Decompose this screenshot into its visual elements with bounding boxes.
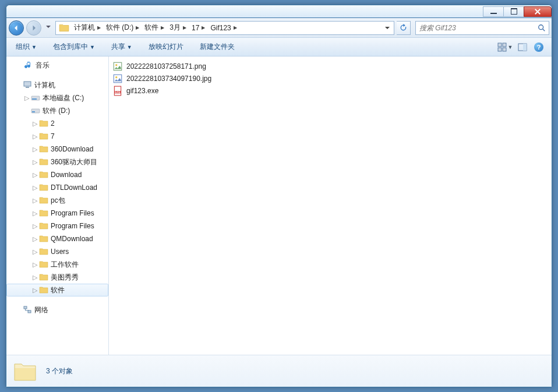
close-button[interactable] <box>524 6 552 17</box>
sidebar-item-folder[interactable]: ▷360驱动大师目 <box>6 156 108 168</box>
collapse-icon[interactable]: ▷ <box>32 172 38 178</box>
maximize-button[interactable] <box>503 6 524 17</box>
file-type-icon <box>112 61 123 72</box>
folder-label: QMDownload <box>51 235 93 243</box>
collapse-icon[interactable]: ▷ <box>32 274 38 280</box>
collapse-icon[interactable]: ▷ <box>32 223 38 229</box>
network-icon <box>23 305 32 315</box>
view-mode-button[interactable]: ▼ <box>496 40 514 54</box>
sidebar-item-folder[interactable]: ▷pc包 <box>6 194 108 207</box>
include-library-button[interactable]: 包含到库中▼ <box>48 40 100 54</box>
collapse-icon[interactable]: ▷ <box>32 236 38 242</box>
folder-icon <box>59 23 69 33</box>
navigation-pane[interactable]: 音乐 计算机 ▷ 本地磁盘 (C:) 软件 (D:) <box>6 56 109 355</box>
svg-rect-16 <box>114 62 122 70</box>
details-pane: 3 个对象 <box>6 355 552 387</box>
breadcrumb-item[interactable]: 软件▶ <box>142 22 167 34</box>
folder-label: 360驱动大师目 <box>51 157 97 167</box>
sidebar-item-folder[interactable]: ▷Program Files <box>6 220 108 232</box>
sidebar-item-folder[interactable]: ▷7 <box>6 130 108 143</box>
file-item[interactable]: 2022228103734097190.jpg <box>110 72 550 84</box>
collapse-icon[interactable]: ▷ <box>32 197 38 203</box>
share-label: 共享 <box>111 42 125 52</box>
share-button[interactable]: 共享▼ <box>107 40 137 54</box>
sidebar-item-folder[interactable]: ▷QMDownload <box>6 232 108 245</box>
chevron-right-icon: ▶ <box>97 25 101 30</box>
sidebar-item-computer[interactable]: 计算机 <box>6 79 108 91</box>
sidebar-item-folder[interactable]: ▷DTLDownLoad <box>6 181 108 194</box>
sidebar-item-folder[interactable]: ▷Program Files <box>6 207 108 220</box>
collapse-icon[interactable]: ▷ <box>32 249 38 255</box>
sidebar-item-folder[interactable]: ▷2 <box>6 117 108 130</box>
expand-icon[interactable] <box>24 108 30 114</box>
computer-label: 计算机 <box>34 80 55 90</box>
sidebar-item-folder[interactable]: ▷360Download <box>6 143 108 156</box>
svg-rect-2 <box>498 43 502 47</box>
back-button[interactable] <box>9 20 24 36</box>
breadcrumb-item[interactable]: 软件 (D:)▶ <box>103 22 142 34</box>
breadcrumb-item[interactable]: 3月▶ <box>167 22 189 34</box>
breadcrumb-label: 计算机 <box>74 23 95 33</box>
help-button[interactable]: ? <box>531 40 547 54</box>
breadcrumb-item[interactable]: 计算机▶ <box>71 22 103 34</box>
sidebar-item-folder[interactable]: ▷软件 <box>6 284 108 296</box>
sidebar-item-software-d[interactable]: 软件 (D:) <box>6 104 108 117</box>
file-type-icon <box>112 73 123 84</box>
search-box[interactable] <box>415 21 549 35</box>
svg-rect-5 <box>503 48 506 51</box>
sidebar-item-folder[interactable]: ▷工作软件 <box>6 258 108 271</box>
sidebar-item-folder[interactable]: ▷美图秀秀 <box>6 271 108 284</box>
sidebar-item-network[interactable]: 网络 <box>6 303 108 316</box>
computer-icon <box>23 80 32 90</box>
file-item[interactable]: EXEgif123.exe <box>110 84 550 97</box>
collapse-icon[interactable]: ▷ <box>32 121 38 126</box>
collapse-icon[interactable]: ▷ <box>24 95 30 101</box>
svg-rect-9 <box>26 87 29 88</box>
slideshow-button[interactable]: 放映幻灯片 <box>144 40 188 54</box>
address-dropdown[interactable] <box>382 22 393 34</box>
organize-button[interactable]: 组织▼ <box>11 40 41 54</box>
svg-rect-11 <box>32 98 37 100</box>
breadcrumb-label: 3月 <box>169 23 181 33</box>
collapse-icon[interactable]: ▷ <box>32 210 38 216</box>
folder-icon <box>39 260 48 269</box>
collapse-icon[interactable]: ▷ <box>32 146 38 152</box>
chevron-right-icon: ▶ <box>183 25 186 30</box>
sidebar-item-music[interactable]: 音乐 <box>6 59 108 72</box>
collapse-icon[interactable]: ▷ <box>32 262 38 267</box>
breadcrumb-item[interactable]: Gif123▶ <box>207 22 239 34</box>
file-item[interactable]: 20222281037258171.png <box>110 60 550 72</box>
organize-label: 组织 <box>16 42 30 52</box>
svg-point-19 <box>115 76 117 78</box>
folder-label: 工作软件 <box>51 260 79 270</box>
svg-rect-8 <box>24 82 31 86</box>
collapse-icon[interactable]: ▷ <box>32 159 38 165</box>
refresh-button[interactable] <box>397 21 411 35</box>
svg-rect-15 <box>28 310 31 313</box>
expand-icon[interactable] <box>16 82 22 88</box>
sidebar-item-folder[interactable]: ▷Users <box>6 245 108 258</box>
collapse-icon[interactable]: ▷ <box>32 185 38 190</box>
chevron-right-icon: ▶ <box>234 25 237 30</box>
nav-history-dropdown[interactable] <box>44 21 53 35</box>
svg-text:EXE: EXE <box>115 90 120 93</box>
folder-icon <box>39 157 48 167</box>
forward-button[interactable] <box>26 20 41 36</box>
breadcrumb-item[interactable]: 17▶ <box>189 22 207 34</box>
disk-icon <box>31 106 40 115</box>
address-bar[interactable]: 计算机▶软件 (D:)▶软件▶3月▶17▶Gif123▶ <box>55 21 394 35</box>
preview-pane-button[interactable] <box>514 40 531 54</box>
new-folder-button[interactable]: 新建文件夹 <box>195 40 239 54</box>
collapse-icon[interactable]: ▷ <box>32 133 38 139</box>
sidebar-item-localdisk-c[interactable]: ▷ 本地磁盘 (C:) <box>6 91 108 104</box>
minimize-button[interactable] <box>483 6 504 17</box>
folder-label: pc包 <box>51 196 65 206</box>
folder-icon <box>39 132 48 141</box>
collapse-icon[interactable]: ▷ <box>32 287 38 293</box>
search-input[interactable] <box>417 24 536 32</box>
sidebar-item-folder[interactable]: ▷Download <box>6 168 108 181</box>
new-folder-label: 新建文件夹 <box>200 42 235 52</box>
search-icon[interactable] <box>536 22 548 34</box>
chevron-right-icon: ▶ <box>202 25 205 30</box>
file-list[interactable]: 20222281037258171.png2022228103734097190… <box>109 56 552 355</box>
